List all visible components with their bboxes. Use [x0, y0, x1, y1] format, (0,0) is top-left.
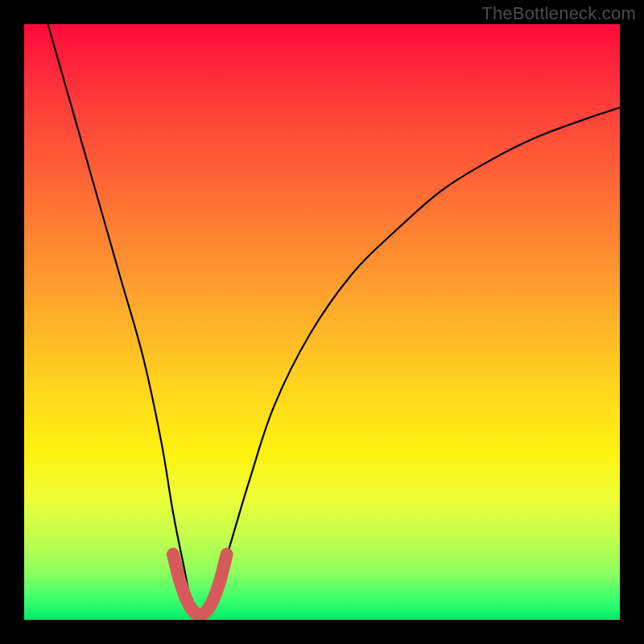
- highlight-segment: [173, 555, 227, 615]
- bottleneck-curve: [48, 24, 620, 617]
- watermark-text: TheBottleneck.com: [481, 3, 636, 24]
- chart-svg: [24, 24, 620, 620]
- chart-plot-area: [24, 24, 620, 620]
